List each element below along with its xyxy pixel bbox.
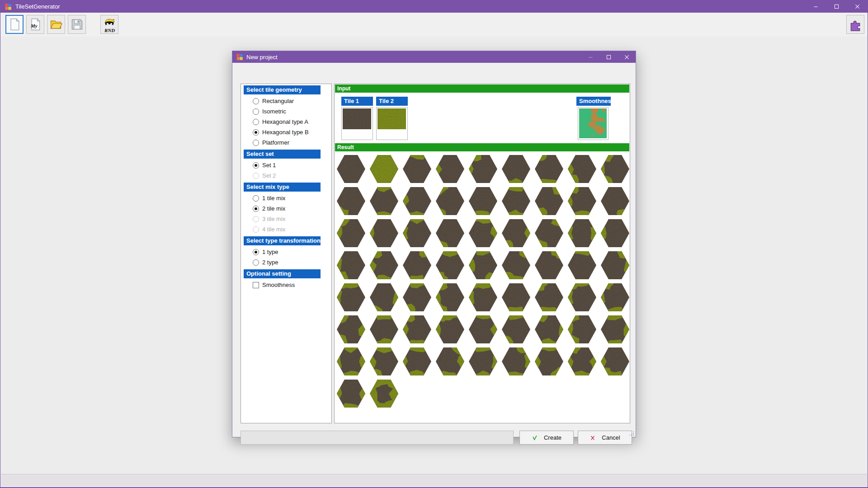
result-tile (370, 347, 398, 375)
result-tile (370, 155, 398, 183)
option-label: Smoothness (262, 282, 295, 288)
result-tile (370, 380, 398, 408)
result-tile (403, 155, 431, 183)
dialog-window-controls (581, 51, 636, 63)
app-logo-icon (5, 3, 12, 10)
result-tile (436, 251, 464, 279)
radio-2-type[interactable]: 2 type (241, 257, 331, 267)
result-tile (601, 347, 629, 375)
result-tile (337, 283, 365, 311)
open-project-button[interactable] (47, 15, 65, 34)
select-type-transformation-header: Select type transformation (244, 236, 321, 245)
radio-rectangular[interactable]: Rectangular (241, 96, 331, 106)
radio-set-1[interactable]: Set 1 (241, 160, 331, 170)
close-icon (855, 4, 860, 9)
close-icon (624, 55, 629, 60)
plugin-button[interactable] (846, 15, 864, 34)
radio-control[interactable] (253, 206, 259, 212)
my-projects-button[interactable]: My (26, 15, 44, 34)
dialog-close-button[interactable] (618, 51, 636, 63)
resize-grip[interactable] (629, 431, 634, 436)
puzzle-piece-icon (849, 18, 862, 31)
radio-set-2: Set 2 (241, 170, 331, 181)
result-tile (403, 187, 431, 215)
save-project-button[interactable] (68, 15, 86, 34)
radio-control[interactable] (253, 162, 259, 169)
result-tile (370, 219, 398, 247)
open-folder-icon (49, 18, 63, 31)
dialog-maximize-button[interactable] (599, 51, 618, 63)
radio-1-type[interactable]: 1 type (241, 247, 331, 257)
maximize-icon (606, 55, 611, 60)
result-tile (502, 219, 530, 247)
option-label: Hexagonal type A (262, 118, 308, 125)
radio-platformer[interactable]: Platformer (241, 137, 331, 148)
result-tile (337, 380, 365, 408)
app-titlebar[interactable]: TileSetGenerator (0, 0, 868, 13)
radio-hexagonal-type-a[interactable]: Hexagonal type A (241, 117, 331, 127)
checkbox-smoothness[interactable]: Smoothness (241, 280, 331, 290)
radio-control[interactable] (253, 195, 259, 202)
radio-2-tile-mix[interactable]: 2 tile mix (241, 203, 331, 214)
radio-control (253, 173, 259, 179)
dialog-icon (236, 53, 243, 61)
option-label: 4 tile mix (262, 226, 285, 233)
checkbox-control[interactable] (253, 282, 259, 288)
option-label: 1 type (262, 249, 278, 255)
result-tile (436, 187, 464, 215)
result-tile (502, 283, 530, 311)
radio-control (253, 216, 259, 222)
option-label: 2 tile mix (262, 205, 285, 212)
option-label: 3 tile mix (262, 216, 285, 222)
random-generator-button[interactable]: RND (100, 15, 118, 34)
radio-4-tile-mix: 4 tile mix (241, 224, 331, 235)
result-tile (469, 283, 497, 311)
new-project-button[interactable] (5, 15, 24, 34)
radio-control[interactable] (253, 129, 259, 136)
minimize-button[interactable] (805, 0, 826, 13)
result-tile (337, 187, 365, 215)
result-tile (535, 347, 563, 375)
tile-2-image[interactable] (376, 107, 408, 140)
result-tile (370, 187, 398, 215)
radio-control (253, 226, 259, 233)
dialog-titlebar[interactable]: New project (232, 51, 636, 63)
result-tile (502, 155, 530, 183)
maximize-button[interactable] (826, 0, 847, 13)
result-tile (337, 347, 365, 375)
cancel-button[interactable]: Cancel (578, 431, 632, 445)
smoothness-map[interactable] (578, 107, 609, 140)
result-tile (403, 315, 431, 343)
select-mix-type-header: Select mix type (244, 183, 321, 192)
result-tile (469, 155, 497, 183)
dialog-body: Select tile geometryRectangularIsometric… (232, 63, 636, 437)
result-tile (403, 283, 431, 311)
create-button[interactable]: Create (519, 431, 574, 445)
radio-hexagonal-type-b[interactable]: Hexagonal type B (241, 127, 331, 137)
radio-control[interactable] (253, 259, 259, 266)
result-tile (436, 315, 464, 343)
option-label: Hexagonal type B (262, 129, 309, 136)
save-floppy-icon (70, 18, 84, 31)
smoothness-label: Smoothness (576, 97, 611, 106)
optional-setting-group: Optional settingSmoothness (241, 269, 331, 290)
result-tile (436, 283, 464, 311)
result-tile (535, 251, 563, 279)
radio-control[interactable] (253, 108, 259, 115)
result-tile (337, 219, 365, 247)
close-button[interactable] (847, 0, 868, 13)
radio-control[interactable] (253, 249, 259, 255)
select-type-transformation-group: Select type transformation1 type2 type (241, 236, 331, 267)
radio-control[interactable] (253, 140, 259, 146)
radio-control[interactable] (253, 119, 259, 125)
tile-1-image[interactable] (341, 107, 373, 140)
radio-isometric[interactable]: Isometric (241, 106, 331, 117)
select-tile-geometry-header: Select tile geometry (244, 85, 321, 94)
result-tile (568, 155, 596, 183)
radio-control[interactable] (253, 98, 259, 104)
select-set-header: Select set (244, 150, 321, 159)
options-panel: Select tile geometryRectangularIsometric… (241, 84, 332, 423)
radio-1-tile-mix[interactable]: 1 tile mix (241, 193, 331, 203)
result-tile (337, 251, 365, 279)
result-section-header: Result (335, 143, 629, 151)
